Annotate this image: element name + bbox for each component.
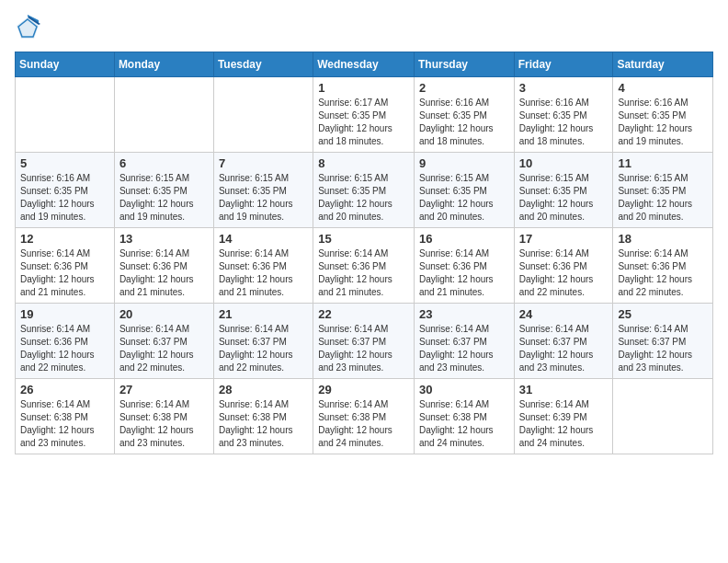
day-info: Sunrise: 6:14 AM Sunset: 6:38 PM Dayligh… (419, 398, 509, 450)
day-number: 6 (119, 156, 209, 170)
calendar-cell: 15Sunrise: 6:14 AM Sunset: 6:36 PM Dayli… (313, 228, 415, 304)
calendar-cell (213, 77, 313, 153)
day-info: Sunrise: 6:15 AM Sunset: 6:35 PM Dayligh… (519, 172, 609, 224)
day-number: 28 (219, 383, 308, 396)
day-info: Sunrise: 6:16 AM Sunset: 6:35 PM Dayligh… (618, 97, 708, 148)
weekday-header-monday: Monday (114, 52, 213, 77)
day-info: Sunrise: 6:15 AM Sunset: 6:35 PM Dayligh… (318, 172, 409, 224)
day-info: Sunrise: 6:14 AM Sunset: 6:38 PM Dayligh… (219, 398, 308, 450)
day-number: 26 (20, 383, 109, 396)
calendar-cell: 5Sunrise: 6:16 AM Sunset: 6:35 PM Daylig… (16, 153, 115, 228)
day-number: 13 (119, 232, 209, 246)
calendar-cell: 1Sunrise: 6:17 AM Sunset: 6:35 PM Daylig… (313, 77, 415, 153)
calendar-week-4: 26Sunrise: 6:14 AM Sunset: 6:38 PM Dayli… (16, 379, 713, 454)
day-info: Sunrise: 6:14 AM Sunset: 6:37 PM Dayligh… (519, 323, 609, 374)
day-number: 19 (20, 307, 109, 321)
day-info: Sunrise: 6:14 AM Sunset: 6:36 PM Dayligh… (519, 247, 609, 299)
day-info: Sunrise: 6:14 AM Sunset: 6:36 PM Dayligh… (119, 247, 209, 299)
page-header (15, 15, 713, 40)
calendar-week-3: 19Sunrise: 6:14 AM Sunset: 6:36 PM Dayli… (16, 304, 713, 379)
calendar-cell: 4Sunrise: 6:16 AM Sunset: 6:35 PM Daylig… (613, 77, 713, 153)
calendar-cell: 27Sunrise: 6:14 AM Sunset: 6:38 PM Dayli… (114, 379, 213, 454)
calendar-cell: 8Sunrise: 6:15 AM Sunset: 6:35 PM Daylig… (313, 153, 415, 228)
weekday-header-row: SundayMondayTuesdayWednesdayThursdayFrid… (16, 52, 713, 77)
day-info: Sunrise: 6:16 AM Sunset: 6:35 PM Dayligh… (519, 97, 609, 148)
weekday-header-saturday: Saturday (613, 52, 713, 77)
day-info: Sunrise: 6:14 AM Sunset: 6:37 PM Dayligh… (318, 323, 409, 374)
day-number: 29 (318, 383, 409, 396)
calendar-cell: 30Sunrise: 6:14 AM Sunset: 6:38 PM Dayli… (414, 379, 514, 454)
day-info: Sunrise: 6:14 AM Sunset: 6:38 PM Dayligh… (119, 398, 209, 450)
day-info: Sunrise: 6:15 AM Sunset: 6:35 PM Dayligh… (219, 172, 308, 224)
day-number: 7 (219, 156, 308, 170)
day-info: Sunrise: 6:14 AM Sunset: 6:37 PM Dayligh… (618, 323, 708, 374)
calendar-cell: 21Sunrise: 6:14 AM Sunset: 6:37 PM Dayli… (213, 304, 313, 379)
calendar-cell: 3Sunrise: 6:16 AM Sunset: 6:35 PM Daylig… (514, 77, 613, 153)
calendar-cell: 26Sunrise: 6:14 AM Sunset: 6:38 PM Dayli… (16, 379, 115, 454)
day-info: Sunrise: 6:14 AM Sunset: 6:37 PM Dayligh… (119, 323, 209, 374)
calendar-week-1: 5Sunrise: 6:16 AM Sunset: 6:35 PM Daylig… (16, 153, 713, 228)
calendar-cell (16, 77, 115, 153)
day-number: 12 (20, 232, 109, 246)
logo (15, 15, 46, 40)
calendar-cell: 2Sunrise: 6:16 AM Sunset: 6:35 PM Daylig… (414, 77, 514, 153)
day-number: 21 (219, 307, 308, 321)
calendar-cell: 24Sunrise: 6:14 AM Sunset: 6:37 PM Dayli… (514, 304, 613, 379)
day-info: Sunrise: 6:15 AM Sunset: 6:35 PM Dayligh… (419, 172, 509, 224)
day-number: 5 (20, 156, 109, 170)
calendar-table: SundayMondayTuesdayWednesdayThursdayFrid… (15, 52, 713, 454)
day-number: 25 (618, 307, 708, 321)
calendar-cell: 14Sunrise: 6:14 AM Sunset: 6:36 PM Dayli… (213, 228, 313, 304)
day-number: 14 (219, 232, 308, 246)
day-info: Sunrise: 6:16 AM Sunset: 6:35 PM Dayligh… (20, 172, 109, 224)
calendar-cell: 10Sunrise: 6:15 AM Sunset: 6:35 PM Dayli… (514, 153, 613, 228)
calendar-cell: 7Sunrise: 6:15 AM Sunset: 6:35 PM Daylig… (213, 153, 313, 228)
calendar-cell: 19Sunrise: 6:14 AM Sunset: 6:36 PM Dayli… (16, 304, 115, 379)
day-number: 10 (519, 156, 609, 170)
day-number: 1 (318, 81, 409, 95)
day-number: 8 (318, 156, 409, 170)
day-number: 22 (318, 307, 409, 321)
weekday-header-wednesday: Wednesday (313, 52, 415, 77)
day-info: Sunrise: 6:14 AM Sunset: 6:38 PM Dayligh… (20, 398, 109, 450)
calendar-week-0: 1Sunrise: 6:17 AM Sunset: 6:35 PM Daylig… (16, 77, 713, 153)
calendar-cell: 20Sunrise: 6:14 AM Sunset: 6:37 PM Dayli… (114, 304, 213, 379)
calendar-cell (114, 77, 213, 153)
day-number: 20 (119, 307, 209, 321)
calendar-cell: 6Sunrise: 6:15 AM Sunset: 6:35 PM Daylig… (114, 153, 213, 228)
day-info: Sunrise: 6:16 AM Sunset: 6:35 PM Dayligh… (419, 97, 509, 148)
day-number: 18 (618, 232, 708, 246)
weekday-header-sunday: Sunday (16, 52, 115, 77)
day-number: 27 (119, 383, 209, 396)
day-info: Sunrise: 6:15 AM Sunset: 6:35 PM Dayligh… (618, 172, 708, 224)
calendar-cell: 29Sunrise: 6:14 AM Sunset: 6:38 PM Dayli… (313, 379, 415, 454)
calendar-cell: 28Sunrise: 6:14 AM Sunset: 6:38 PM Dayli… (213, 379, 313, 454)
calendar-cell: 25Sunrise: 6:14 AM Sunset: 6:37 PM Dayli… (613, 304, 713, 379)
day-number: 11 (618, 156, 708, 170)
weekday-header-thursday: Thursday (414, 52, 514, 77)
day-info: Sunrise: 6:14 AM Sunset: 6:36 PM Dayligh… (419, 247, 509, 299)
calendar-cell: 17Sunrise: 6:14 AM Sunset: 6:36 PM Dayli… (514, 228, 613, 304)
weekday-header-tuesday: Tuesday (213, 52, 313, 77)
calendar-cell: 12Sunrise: 6:14 AM Sunset: 6:36 PM Dayli… (16, 228, 115, 304)
day-number: 17 (519, 232, 609, 246)
day-info: Sunrise: 6:14 AM Sunset: 6:37 PM Dayligh… (419, 323, 509, 374)
day-info: Sunrise: 6:14 AM Sunset: 6:36 PM Dayligh… (20, 247, 109, 299)
day-number: 31 (519, 383, 609, 396)
day-number: 9 (419, 156, 509, 170)
calendar-cell: 9Sunrise: 6:15 AM Sunset: 6:35 PM Daylig… (414, 153, 514, 228)
day-info: Sunrise: 6:14 AM Sunset: 6:36 PM Dayligh… (20, 323, 109, 374)
day-number: 24 (519, 307, 609, 321)
day-info: Sunrise: 6:17 AM Sunset: 6:35 PM Dayligh… (318, 97, 409, 148)
calendar-cell: 23Sunrise: 6:14 AM Sunset: 6:37 PM Dayli… (414, 304, 514, 379)
day-number: 16 (419, 232, 509, 246)
logo-icon (15, 15, 40, 40)
calendar-cell: 11Sunrise: 6:15 AM Sunset: 6:35 PM Dayli… (613, 153, 713, 228)
day-info: Sunrise: 6:14 AM Sunset: 6:36 PM Dayligh… (219, 247, 308, 299)
day-number: 2 (419, 81, 509, 95)
day-info: Sunrise: 6:14 AM Sunset: 6:38 PM Dayligh… (318, 398, 409, 450)
day-info: Sunrise: 6:14 AM Sunset: 6:36 PM Dayligh… (318, 247, 409, 299)
day-number: 23 (419, 307, 509, 321)
calendar-cell: 31Sunrise: 6:14 AM Sunset: 6:39 PM Dayli… (514, 379, 613, 454)
day-number: 15 (318, 232, 409, 246)
